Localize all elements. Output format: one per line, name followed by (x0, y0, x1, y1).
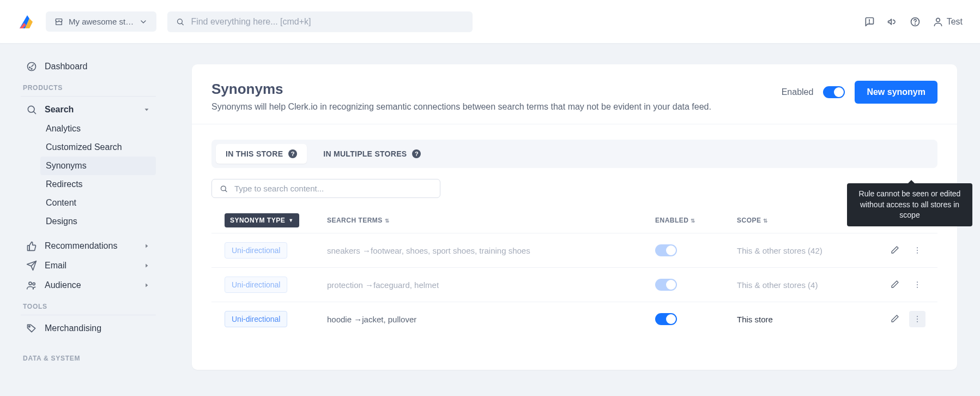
table-row: Uni-directional hoodie →jacket, pullover… (211, 302, 937, 337)
section-tools: TOOLS (23, 303, 156, 310)
help-icon[interactable] (910, 16, 921, 27)
help-badge-icon[interactable]: ? (412, 149, 421, 158)
svg-point-24 (917, 250, 918, 251)
row-toggle[interactable] (655, 244, 677, 256)
svg-point-28 (917, 287, 918, 288)
svg-point-5 (915, 23, 915, 24)
type-badge: Uni-directional (225, 242, 287, 259)
edit-icon[interactable] (891, 245, 899, 256)
svg-marker-19 (146, 284, 148, 287)
nav-sub-analytics[interactable]: Analytics (40, 119, 156, 138)
svg-point-23 (917, 247, 918, 248)
divider (21, 315, 156, 315)
row-terms: protection →faceguard, helmet (320, 268, 649, 302)
tab-in-this-store[interactable]: IN THIS STORE ? (216, 144, 307, 164)
main: Synonyms Synonyms will help Clerk.io in … (169, 44, 980, 396)
enabled-label: Enabled (782, 87, 814, 97)
svg-point-9 (31, 68, 32, 69)
nav-recommendations[interactable]: Recommendations (21, 236, 156, 256)
users-icon (26, 280, 37, 291)
nav-email[interactable]: Email (21, 256, 156, 275)
svg-point-25 (917, 253, 918, 254)
user-menu[interactable]: Test (933, 16, 963, 27)
nav-sub-content[interactable]: Content (40, 194, 156, 212)
search-icon (220, 184, 228, 193)
store-selector[interactable]: My awesome st… (46, 11, 156, 32)
svg-point-27 (917, 284, 918, 285)
col-enabled[interactable]: ENABLED⇅ (649, 208, 730, 233)
svg-point-6 (936, 18, 940, 22)
thumbs-up-icon (26, 241, 37, 251)
section-data-system: DATA & SYSTEM (23, 355, 156, 362)
nav-sub-redirects[interactable]: Redirects (40, 175, 156, 194)
global-search-input[interactable] (191, 17, 464, 27)
svg-point-30 (917, 319, 918, 320)
nav-sub-customized-search[interactable]: Customized Search (40, 138, 156, 157)
page-title: Synonyms (211, 81, 711, 98)
caret-right-icon (143, 262, 150, 269)
row-toggle[interactable] (655, 279, 677, 291)
feature-toggle[interactable] (823, 86, 845, 98)
announce-icon[interactable] (887, 16, 898, 27)
topbar: My awesome st… Test (0, 0, 980, 44)
row-terms: sneakers →footwear, shoes, sport shoes, … (320, 233, 649, 268)
panel: Synonyms Synonyms will help Clerk.io in … (192, 64, 957, 370)
page-subtitle: Synonyms will help Clerk.io in recognizi… (211, 102, 711, 112)
new-synonym-button[interactable]: New synonym (855, 81, 937, 104)
edit-icon[interactable] (891, 280, 899, 290)
more-menu-icon[interactable] (909, 277, 925, 293)
row-toggle[interactable] (655, 313, 677, 325)
chevron-down-icon (139, 17, 148, 26)
nav-recommendations-label: Recommendations (45, 241, 117, 251)
content-search[interactable] (211, 179, 440, 198)
more-menu-icon[interactable] (909, 311, 925, 327)
svg-line-22 (225, 190, 227, 191)
svg-point-31 (917, 321, 918, 322)
nav-audience-label: Audience (45, 280, 81, 290)
panel-body: IN THIS STORE ? IN MULTIPLE STORES ? (192, 124, 957, 351)
send-icon (26, 260, 37, 271)
svg-point-29 (917, 316, 918, 317)
divider (21, 96, 156, 97)
help-badge-icon[interactable]: ? (288, 149, 297, 158)
svg-point-20 (29, 326, 31, 327)
feedback-icon[interactable] (864, 16, 875, 27)
user-icon (933, 16, 943, 27)
topbar-right: Test (864, 16, 963, 27)
tab-in-multiple-stores[interactable]: IN MULTIPLE STORES ? (313, 144, 431, 164)
nav-dashboard[interactable]: Dashboard (21, 57, 156, 76)
more-menu-icon[interactable] (909, 242, 925, 259)
content-search-input[interactable] (234, 184, 432, 193)
nav-merchandising[interactable]: Merchandising (21, 319, 156, 338)
svg-point-26 (917, 281, 918, 283)
type-badge: Uni-directional (225, 311, 287, 327)
svg-marker-13 (146, 244, 148, 248)
caret-right-icon (143, 281, 150, 289)
scope-tabs: IN THIS STORE ? IN MULTIPLE STORES ? (211, 140, 937, 168)
row-scope: This & other stores (42) (730, 233, 872, 268)
search-icon (176, 17, 184, 26)
row-scope: This & other stores (4) (730, 268, 872, 302)
sidebar: Dashboard PRODUCTS Search Analytics Cust… (0, 44, 169, 396)
logo (17, 13, 35, 31)
svg-point-8 (29, 67, 31, 68)
col-terms[interactable]: SEARCH TERMS⇅ (320, 208, 649, 233)
global-search[interactable] (167, 11, 473, 32)
nav-email-label: Email (45, 261, 66, 271)
row-terms: hoodie →jacket, pullover (320, 302, 649, 337)
svg-point-3 (869, 22, 869, 23)
synonyms-table: SYNONYM TYPE▼ SEARCH TERMS⇅ ENABLED⇅ SCO… (211, 208, 937, 336)
edit-icon[interactable] (891, 314, 899, 325)
col-type[interactable]: SYNONYM TYPE▼ (211, 208, 320, 233)
nav-sub-synonyms[interactable]: Synonyms (40, 157, 156, 175)
nav-dashboard-label: Dashboard (45, 62, 87, 71)
table-row: Uni-directional sneakers →footwear, shoe… (211, 233, 937, 268)
store-name: My awesome st… (69, 17, 134, 26)
section-products: PRODUCTS (23, 84, 156, 92)
row-scope: This store (730, 302, 872, 337)
table-row: Uni-directional protection →faceguard, h… (211, 268, 937, 302)
nav-audience[interactable]: Audience (21, 275, 156, 295)
nav-sub-designs[interactable]: Designs (40, 212, 156, 231)
svg-point-17 (29, 282, 32, 285)
nav-search[interactable]: Search (21, 100, 156, 119)
